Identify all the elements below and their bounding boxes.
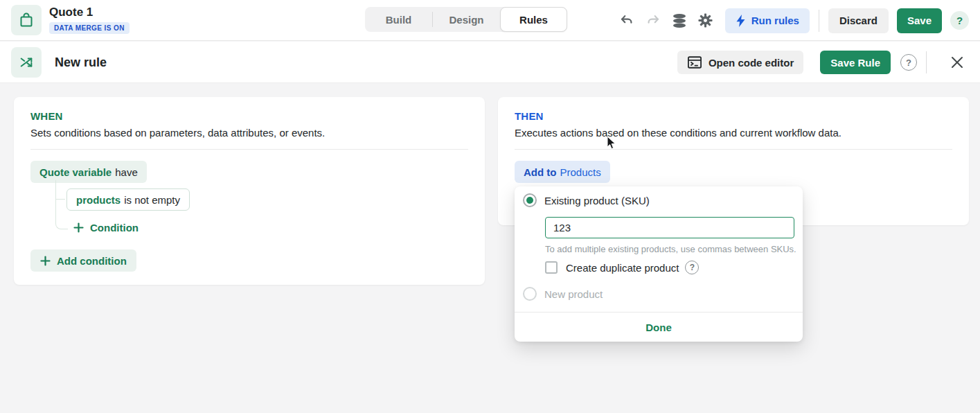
undo-button[interactable] xyxy=(618,12,635,29)
close-rule-button[interactable] xyxy=(945,51,969,74)
when-title: WHEN xyxy=(30,110,468,122)
rulebar-divider xyxy=(926,51,927,73)
redo-button[interactable] xyxy=(645,12,661,29)
database-icon xyxy=(671,12,688,29)
mode-tabs: Build Design Rules xyxy=(365,7,567,32)
rule-header-bar: New rule Open code editor Save Rule ? xyxy=(0,42,980,83)
add-nested-condition-button[interactable]: Condition xyxy=(73,222,139,234)
action-verb: Add to xyxy=(524,166,556,178)
when-panel: WHEN Sets conditions based on parameters… xyxy=(14,97,485,285)
existing-product-radio[interactable] xyxy=(523,193,537,207)
action-chip[interactable]: Add to Products xyxy=(515,161,610,183)
condition-chip[interactable]: products is not empty xyxy=(66,188,190,211)
plus-icon xyxy=(73,222,84,233)
tree-connector-branch xyxy=(55,199,65,200)
add-to-products-popup: Existing product (SKU) To add multiple e… xyxy=(515,186,803,342)
sku-helper-text: To add multiple existing products, use c… xyxy=(545,244,796,254)
rule-title: New rule xyxy=(55,55,107,70)
condition-operator: is not empty xyxy=(124,194,180,206)
then-title: THEN xyxy=(515,110,952,122)
new-product-label: New product xyxy=(544,288,603,300)
tree-connector-vertical xyxy=(55,180,56,215)
plus-icon xyxy=(40,256,51,266)
data-source-button[interactable] xyxy=(671,12,688,29)
then-subtitle: Executes actions based on these conditio… xyxy=(515,127,952,139)
tab-design[interactable]: Design xyxy=(433,7,500,32)
root-chip-variable: Quote variable xyxy=(39,166,112,178)
settings-button[interactable] xyxy=(697,12,714,29)
add-condition-label: Add condition xyxy=(57,255,127,267)
undo-icon xyxy=(619,13,634,28)
shuffle-icon xyxy=(19,55,34,70)
save-button[interactable]: Save xyxy=(897,8,942,33)
when-divider xyxy=(30,149,468,150)
run-rules-label: Run rules xyxy=(751,15,799,26)
top-bar: Quote 1 DATA MERGE IS ON Build Design Ru… xyxy=(0,0,980,41)
shopping-bag-icon xyxy=(18,12,35,28)
existing-product-label: Existing product (SKU) xyxy=(544,195,650,206)
save-rule-button[interactable]: Save Rule xyxy=(820,51,891,74)
when-subtitle: Sets conditions based on parameters, dat… xyxy=(30,127,468,139)
condition-field: products xyxy=(76,194,121,206)
lightning-icon xyxy=(736,15,746,27)
duplicate-help-icon[interactable]: ? xyxy=(685,261,699,274)
open-code-editor-button[interactable]: Open code editor xyxy=(677,51,803,74)
redo-icon xyxy=(645,13,661,28)
create-duplicate-label: Create duplicate product xyxy=(566,262,679,274)
tree-connector-elbow xyxy=(55,213,68,229)
document-title: Quote 1 xyxy=(49,6,130,19)
then-divider xyxy=(515,149,952,150)
data-merge-badge: DATA MERGE IS ON xyxy=(49,22,130,34)
open-code-editor-label: Open code editor xyxy=(709,57,794,69)
add-condition-button[interactable]: Add condition xyxy=(30,249,136,272)
tab-rules[interactable]: Rules xyxy=(500,7,567,32)
root-chip-operator: have xyxy=(115,166,138,178)
help-button[interactable]: ? xyxy=(950,11,969,30)
new-product-radio[interactable] xyxy=(523,287,537,301)
sku-input[interactable] xyxy=(545,217,794,238)
radio-selected-dot xyxy=(526,197,533,204)
discard-button[interactable]: Discard xyxy=(828,8,889,33)
rule-help-button[interactable]: ? xyxy=(900,54,917,71)
add-nested-condition-label: Condition xyxy=(90,222,139,234)
action-target: Products xyxy=(560,166,600,178)
gear-icon xyxy=(697,12,713,28)
code-editor-icon xyxy=(687,55,702,69)
tab-build[interactable]: Build xyxy=(365,7,432,32)
header-divider xyxy=(819,10,819,32)
create-duplicate-checkbox[interactable] xyxy=(545,261,558,274)
document-icon-box xyxy=(11,5,42,35)
close-icon xyxy=(951,56,963,69)
done-button[interactable]: Done xyxy=(515,313,803,342)
rule-icon-box xyxy=(11,47,42,78)
run-rules-button[interactable]: Run rules xyxy=(725,8,810,33)
root-condition-chip[interactable]: Quote variable have xyxy=(30,161,147,183)
